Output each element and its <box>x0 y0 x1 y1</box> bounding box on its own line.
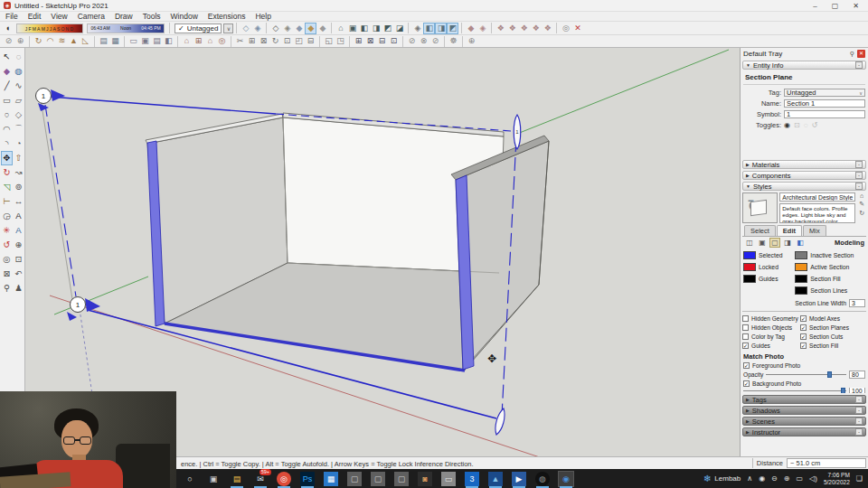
tag-dropdown-button[interactable]: ∨ <box>223 23 233 33</box>
collapse-button[interactable]: - <box>855 396 863 403</box>
zoom-tool-icon[interactable]: ◎ <box>1 252 13 267</box>
toolbar-icon[interactable]: ▦ <box>109 35 121 47</box>
entity-info-header[interactable]: ▼ Entity Info - <box>742 61 866 70</box>
app-icon[interactable]: ▢ <box>371 472 385 486</box>
section-plane-tool-icon[interactable]: ◈ <box>411 23 423 34</box>
model-axes-checkbox[interactable]: ✓ <box>800 315 807 322</box>
arc-tool-icon[interactable]: ◠ <box>1 122 13 136</box>
toolbar-icon[interactable]: ◰ <box>293 35 305 47</box>
measurement-box[interactable]: ~ 51.0 cm <box>787 458 866 468</box>
toolbar-icon[interactable]: ▲ <box>68 35 80 47</box>
position-camera-tool-icon[interactable]: ⚲ <box>1 281 13 296</box>
menu-camera[interactable]: Camera <box>78 12 105 21</box>
dimension-tool-icon[interactable]: ↔ <box>13 194 24 209</box>
toolbar-icon[interactable]: ⊘ <box>3 35 14 47</box>
iso-view-icon[interactable]: ⌂ <box>335 23 346 34</box>
toolbar-icon[interactable]: ↻ <box>33 35 44 47</box>
style-thumbnail[interactable]: ↻ <box>742 192 778 223</box>
slider-handle[interactable] <box>841 388 845 393</box>
toolbar-icon[interactable]: ◱ <box>323 35 335 47</box>
toolbar-icon[interactable]: ☸ <box>448 35 459 47</box>
wireframe-icon[interactable]: ◇ <box>269 23 281 34</box>
edge-settings-icon[interactable]: ◫ <box>744 238 755 248</box>
foreground-photo-checkbox[interactable]: ✓ <box>743 362 750 369</box>
shadow-toggle-icon[interactable]: ◐ <box>3 23 14 34</box>
tags-header[interactable]: ▶ Tags - <box>742 395 866 404</box>
components-header[interactable]: ▶ Components - <box>742 171 866 180</box>
three-point-arc-tool-icon[interactable]: ◝ <box>1 136 13 151</box>
menu-draw[interactable]: Draw <box>115 12 133 21</box>
bg-opacity-slider[interactable] <box>743 388 846 393</box>
toolbar-icon[interactable]: ⊘ <box>406 35 418 47</box>
section-lines-swatch[interactable] <box>795 286 807 295</box>
cut-icon[interactable]: ✂ <box>234 35 246 47</box>
toolbar-icon[interactable]: ⊞ <box>193 35 204 47</box>
chrome-icon[interactable]: ◎ <box>277 472 291 486</box>
background-settings-icon[interactable]: ▢ <box>769 238 780 248</box>
circle-tool-icon[interactable]: ○ <box>1 108 13 122</box>
polygon-tool-icon[interactable]: ◇ <box>13 108 24 122</box>
move-tool-icon[interactable]: ✥ <box>1 151 13 165</box>
task-view-icon[interactable]: ▣ <box>206 472 221 486</box>
select-tool-icon[interactable]: ↖ <box>1 50 13 64</box>
display-section-cuts-icon[interactable]: ◨ <box>435 23 447 34</box>
lasso-tool-icon[interactable]: ◌ <box>13 50 24 64</box>
toolbar-icon[interactable]: ❖ <box>542 23 553 34</box>
tray-record-icon[interactable]: ◉ <box>759 473 765 484</box>
freehand-tool-icon[interactable]: ∿ <box>13 79 24 93</box>
menu-edit[interactable]: Edit <box>28 12 42 21</box>
create-style-icon[interactable]: ⌂ <box>860 192 863 199</box>
tag-dropdown[interactable]: Untagged ∨ <box>784 89 865 97</box>
toggle-icon[interactable]: ◌ <box>804 121 808 129</box>
watermark-settings-icon[interactable]: ◨ <box>782 238 793 248</box>
camera-app-icon[interactable]: ◙ <box>418 472 432 486</box>
toolbar-icon[interactable]: ◳ <box>335 35 346 47</box>
inactive-section-swatch[interactable] <box>795 251 807 259</box>
cortana-icon[interactable]: ○ <box>183 472 197 486</box>
symbol-field[interactable]: 1 <box>784 110 865 118</box>
instructor-header[interactable]: ▶ Instructor - <box>742 427 866 436</box>
style-name-field[interactable]: Architectural Design Style <box>779 192 855 202</box>
toolbar-icon[interactable]: ⊕ <box>14 35 26 47</box>
hidden-line-icon[interactable]: ◈ <box>281 23 293 34</box>
tray-shield-icon[interactable]: ⊖ <box>771 473 778 484</box>
hidden-objects-checkbox[interactable] <box>742 324 749 331</box>
app-icon[interactable]: ▭ <box>441 472 456 486</box>
minimize-button[interactable]: – <box>813 2 816 10</box>
toolbar-icon[interactable]: ▤ <box>151 35 163 47</box>
shaded-textures-icon[interactable]: ◆ <box>305 23 316 34</box>
rotated-rectangle-tool-icon[interactable]: ▱ <box>13 93 24 108</box>
guides-color-swatch[interactable] <box>743 275 756 283</box>
toolbar-icon[interactable]: ↻ <box>269 35 281 47</box>
toolbar-icon[interactable]: ⊘ <box>429 35 441 47</box>
bg-opacity-value-field[interactable]: 100 <box>849 388 865 393</box>
opacity-value-field[interactable]: 80 <box>849 371 865 379</box>
orbit-tool-icon[interactable]: ↺ <box>1 238 13 252</box>
previous-view-tool-icon[interactable]: ↶ <box>13 267 24 281</box>
zoom-window-tool-icon[interactable]: ⊡ <box>13 252 24 267</box>
collapse-button[interactable]: - <box>855 428 863 436</box>
pan-tool-icon[interactable]: ⊕ <box>13 238 24 252</box>
toolbar-icon[interactable]: ⊟ <box>305 35 316 47</box>
close-button[interactable]: ✕ <box>853 2 859 10</box>
left-view-icon[interactable]: ◪ <box>393 23 405 34</box>
file-explorer-icon[interactable]: ▤ <box>230 472 244 486</box>
hidden-geometry-checkbox[interactable] <box>742 315 749 322</box>
tab-mix[interactable]: Mix <box>803 225 826 236</box>
locked-color-swatch[interactable] <box>743 263 756 271</box>
shaded-icon[interactable]: ◆ <box>293 23 305 34</box>
offset-tool-icon[interactable]: ⊚ <box>13 180 24 194</box>
toolbar-icon[interactable]: ⊠ <box>258 35 269 47</box>
close-group-icon[interactable]: ✕ <box>571 23 583 34</box>
color-by-tag-checkbox[interactable] <box>742 333 749 340</box>
toolbar-icon[interactable]: ▭ <box>127 35 139 47</box>
zoom-extents-tool-icon[interactable]: ⊠ <box>1 267 13 281</box>
modeling-settings-icon[interactable]: ◧ <box>795 238 806 248</box>
two-point-arc-tool-icon[interactable]: ⌒ <box>13 122 24 136</box>
model-box[interactable] <box>146 113 549 371</box>
collapse-button[interactable]: - <box>855 61 863 69</box>
section-cuts-checkbox[interactable]: ✓ <box>800 333 807 340</box>
warehouse-icon[interactable]: ⌂ <box>181 35 193 47</box>
toolbar-icon[interactable]: ⊞ <box>246 35 258 47</box>
menu-extensions[interactable]: Extensions <box>208 12 246 21</box>
